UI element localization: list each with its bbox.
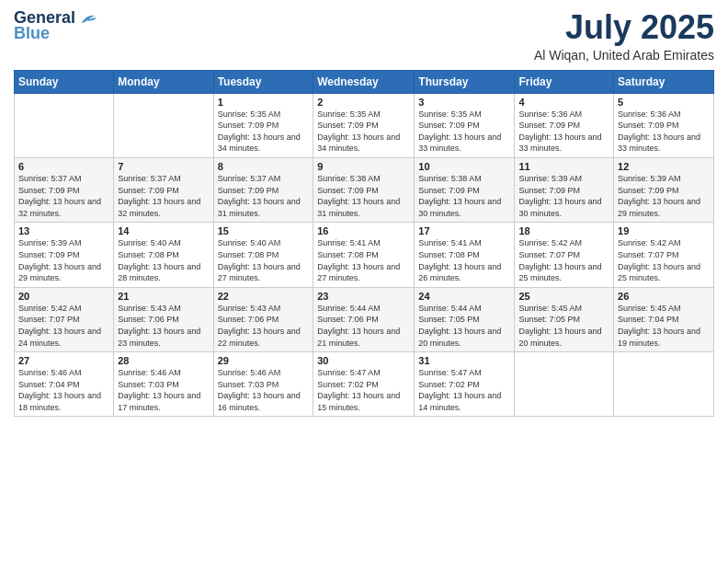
day-number: 16: [317, 225, 410, 236]
day-info: Sunrise: 5:42 AMSunset: 7:07 PMDaylight:…: [18, 303, 109, 349]
calendar-cell: 17Sunrise: 5:41 AMSunset: 7:08 PMDayligh…: [415, 223, 515, 287]
calendar-header-row: Sunday Monday Tuesday Wednesday Thursday…: [15, 70, 714, 93]
day-number: 22: [218, 291, 310, 302]
calendar-cell: 25Sunrise: 5:45 AMSunset: 7:05 PMDayligh…: [515, 287, 614, 351]
calendar-cell: 23Sunrise: 5:44 AMSunset: 7:06 PMDayligh…: [313, 287, 415, 351]
day-info: Sunrise: 5:38 AMSunset: 7:09 PMDaylight:…: [317, 173, 410, 219]
day-number: 21: [118, 291, 209, 302]
calendar-cell: 28Sunrise: 5:46 AMSunset: 7:03 PMDayligh…: [114, 352, 213, 417]
day-info: Sunrise: 5:37 AMSunset: 7:09 PMDaylight:…: [18, 173, 109, 219]
page: General Blue July 2025 Al Wiqan, United …: [0, 0, 728, 563]
calendar-cell: 4Sunrise: 5:36 AMSunset: 7:09 PMDaylight…: [515, 93, 614, 157]
title-block: July 2025 Al Wiqan, United Arab Emirates: [534, 9, 714, 63]
day-info: Sunrise: 5:46 AMSunset: 7:04 PMDaylight:…: [18, 367, 109, 413]
day-info: Sunrise: 5:44 AMSunset: 7:05 PMDaylight:…: [418, 303, 510, 349]
calendar-cell: 10Sunrise: 5:38 AMSunset: 7:09 PMDayligh…: [415, 157, 515, 222]
calendar-week-row: 1Sunrise: 5:35 AMSunset: 7:09 PMDaylight…: [15, 93, 714, 157]
header: General Blue July 2025 Al Wiqan, United …: [14, 9, 714, 63]
calendar-cell: 3Sunrise: 5:35 AMSunset: 7:09 PMDaylight…: [415, 93, 515, 157]
day-number: 28: [118, 355, 209, 366]
day-number: 2: [317, 97, 410, 108]
col-tuesday: Tuesday: [213, 70, 313, 93]
calendar-cell: 20Sunrise: 5:42 AMSunset: 7:07 PMDayligh…: [15, 287, 114, 351]
day-number: 25: [518, 291, 609, 302]
day-info: Sunrise: 5:39 AMSunset: 7:09 PMDaylight:…: [18, 237, 109, 283]
calendar-cell: 16Sunrise: 5:41 AMSunset: 7:08 PMDayligh…: [313, 223, 415, 287]
day-number: 11: [518, 161, 609, 172]
calendar-cell: 7Sunrise: 5:37 AMSunset: 7:09 PMDaylight…: [114, 157, 213, 222]
day-info: Sunrise: 5:38 AMSunset: 7:09 PMDaylight:…: [418, 173, 510, 219]
day-info: Sunrise: 5:37 AMSunset: 7:09 PMDaylight:…: [118, 173, 209, 219]
calendar-cell: 11Sunrise: 5:39 AMSunset: 7:09 PMDayligh…: [515, 157, 614, 222]
day-info: Sunrise: 5:36 AMSunset: 7:09 PMDaylight:…: [518, 109, 609, 155]
day-number: 15: [218, 225, 310, 236]
calendar-week-row: 20Sunrise: 5:42 AMSunset: 7:07 PMDayligh…: [15, 287, 714, 351]
day-number: 30: [317, 355, 410, 366]
logo: General Blue: [14, 9, 97, 43]
calendar-week-row: 27Sunrise: 5:46 AMSunset: 7:04 PMDayligh…: [15, 352, 714, 417]
logo-bird-icon: [78, 9, 97, 28]
calendar-cell: [114, 93, 213, 157]
calendar-cell: 2Sunrise: 5:35 AMSunset: 7:09 PMDaylight…: [313, 93, 415, 157]
col-friday: Friday: [515, 70, 614, 93]
day-number: 31: [418, 355, 510, 366]
day-number: 5: [618, 97, 710, 108]
calendar-cell: 29Sunrise: 5:46 AMSunset: 7:03 PMDayligh…: [213, 352, 313, 417]
day-number: 6: [18, 161, 109, 172]
calendar-cell: 30Sunrise: 5:47 AMSunset: 7:02 PMDayligh…: [313, 352, 415, 417]
day-number: 8: [218, 161, 310, 172]
day-info: Sunrise: 5:47 AMSunset: 7:02 PMDaylight:…: [317, 367, 410, 413]
day-info: Sunrise: 5:35 AMSunset: 7:09 PMDaylight:…: [317, 109, 410, 155]
calendar-cell: 15Sunrise: 5:40 AMSunset: 7:08 PMDayligh…: [213, 223, 313, 287]
calendar-cell: 31Sunrise: 5:47 AMSunset: 7:02 PMDayligh…: [415, 352, 515, 417]
day-number: 14: [118, 225, 209, 236]
day-info: Sunrise: 5:43 AMSunset: 7:06 PMDaylight:…: [118, 303, 209, 349]
col-thursday: Thursday: [415, 70, 515, 93]
calendar-cell: 9Sunrise: 5:38 AMSunset: 7:09 PMDaylight…: [313, 157, 415, 222]
day-info: Sunrise: 5:47 AMSunset: 7:02 PMDaylight:…: [418, 367, 510, 413]
col-wednesday: Wednesday: [313, 70, 415, 93]
calendar-cell: 6Sunrise: 5:37 AMSunset: 7:09 PMDaylight…: [15, 157, 114, 222]
day-info: Sunrise: 5:40 AMSunset: 7:08 PMDaylight:…: [218, 237, 310, 283]
calendar-cell: 14Sunrise: 5:40 AMSunset: 7:08 PMDayligh…: [114, 223, 213, 287]
day-number: 19: [618, 225, 710, 236]
calendar-cell: 18Sunrise: 5:42 AMSunset: 7:07 PMDayligh…: [515, 223, 614, 287]
day-number: 27: [18, 355, 109, 366]
day-number: 3: [418, 97, 510, 108]
calendar-cell: [515, 352, 614, 417]
calendar-cell: [614, 352, 714, 417]
day-number: 1: [218, 97, 310, 108]
day-number: 12: [618, 161, 710, 172]
day-info: Sunrise: 5:37 AMSunset: 7:09 PMDaylight:…: [218, 173, 310, 219]
calendar-cell: 13Sunrise: 5:39 AMSunset: 7:09 PMDayligh…: [15, 223, 114, 287]
day-number: 29: [218, 355, 310, 366]
calendar-cell: 27Sunrise: 5:46 AMSunset: 7:04 PMDayligh…: [15, 352, 114, 417]
month-title: July 2025: [534, 9, 714, 46]
day-number: 10: [418, 161, 510, 172]
day-info: Sunrise: 5:41 AMSunset: 7:08 PMDaylight:…: [317, 237, 410, 283]
location: Al Wiqan, United Arab Emirates: [534, 48, 714, 63]
calendar-cell: 8Sunrise: 5:37 AMSunset: 7:09 PMDaylight…: [213, 157, 313, 222]
col-monday: Monday: [114, 70, 213, 93]
calendar-cell: 21Sunrise: 5:43 AMSunset: 7:06 PMDayligh…: [114, 287, 213, 351]
day-number: 20: [18, 291, 109, 302]
calendar-cell: 12Sunrise: 5:39 AMSunset: 7:09 PMDayligh…: [614, 157, 714, 222]
day-info: Sunrise: 5:46 AMSunset: 7:03 PMDaylight:…: [218, 367, 310, 413]
day-info: Sunrise: 5:35 AMSunset: 7:09 PMDaylight:…: [218, 109, 310, 155]
day-number: 9: [317, 161, 410, 172]
calendar-week-row: 6Sunrise: 5:37 AMSunset: 7:09 PMDaylight…: [15, 157, 714, 222]
day-info: Sunrise: 5:36 AMSunset: 7:09 PMDaylight:…: [618, 109, 710, 155]
day-info: Sunrise: 5:44 AMSunset: 7:06 PMDaylight:…: [317, 303, 410, 349]
day-number: 17: [418, 225, 510, 236]
day-info: Sunrise: 5:45 AMSunset: 7:04 PMDaylight:…: [618, 303, 710, 349]
day-number: 4: [518, 97, 609, 108]
day-info: Sunrise: 5:46 AMSunset: 7:03 PMDaylight:…: [118, 367, 209, 413]
day-number: 26: [618, 291, 710, 302]
day-number: 24: [418, 291, 510, 302]
calendar-week-row: 13Sunrise: 5:39 AMSunset: 7:09 PMDayligh…: [15, 223, 714, 287]
calendar-cell: 19Sunrise: 5:42 AMSunset: 7:07 PMDayligh…: [614, 223, 714, 287]
day-info: Sunrise: 5:42 AMSunset: 7:07 PMDaylight:…: [518, 237, 609, 283]
day-info: Sunrise: 5:42 AMSunset: 7:07 PMDaylight:…: [618, 237, 710, 283]
calendar-cell: 26Sunrise: 5:45 AMSunset: 7:04 PMDayligh…: [614, 287, 714, 351]
day-number: 23: [317, 291, 410, 302]
